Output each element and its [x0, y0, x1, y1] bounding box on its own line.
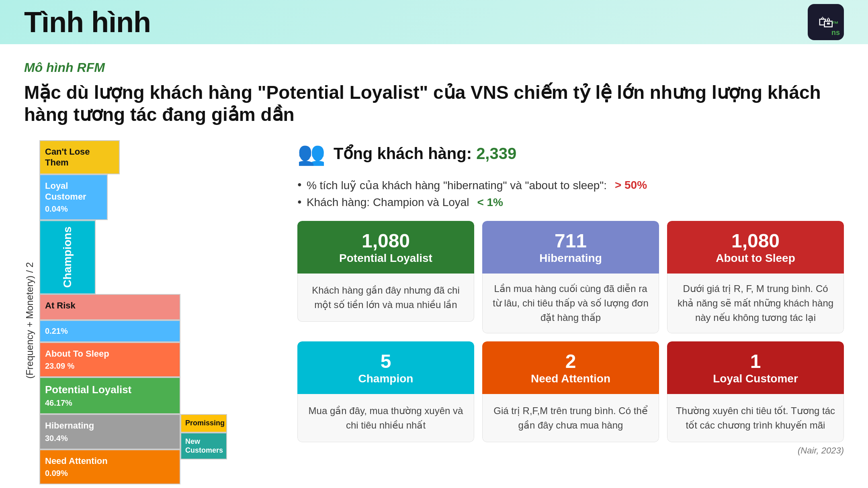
card-champion-header: 5 Champion [297, 341, 474, 394]
cell-about-sleep: About To Sleep 23.09 % [39, 342, 180, 377]
cell-right-col: Promissing New Customers [180, 414, 273, 484]
need-attention-label: Need Attention [45, 456, 175, 466]
potential-label: Potential Loyalist [45, 384, 175, 396]
hibernating-card-number: 711 [489, 230, 653, 252]
cell-cant-lose: Can't Lose Them [39, 140, 120, 174]
promissing-label: Promissing [185, 419, 222, 428]
hibernating-card-title: Hibernating [489, 252, 653, 265]
rfm-matrix-wrapper: (Frequency + Monetery) / 2 Can't Lose Th… [24, 140, 273, 488]
cant-lose-label: Can't Lose Them [45, 147, 114, 168]
potential-card-title: Potential Loyalist [304, 252, 468, 265]
rfm-row-3: About To Sleep 23.09 % Potential Loyalis… [39, 342, 273, 414]
card-need-header: 2 Need Attention [482, 341, 659, 394]
card-loyal-customer: 1 Loyal Customer Thường xuyên chi tiêu t… [667, 341, 844, 442]
rfm-row-1: Can't Lose Them Loyal Customer 0.04% Cha… [39, 140, 273, 294]
card-loyal-header: 1 Loyal Customer [667, 341, 844, 394]
people-icon: 👥 [297, 140, 326, 167]
potential-card-body: Khách hàng gần đây nhưng đã chi một số t… [297, 274, 474, 322]
cell-potential-loyalist: Potential Loyalist 46.17% [39, 377, 180, 414]
rfm-row-4: Hibernating 30.4% Need Attention 0.09% [39, 414, 273, 484]
hibernating-label: Hibernating [45, 421, 175, 431]
loyal-card-title: Loyal Customer [674, 372, 837, 385]
header: Tình hình 🛍 ™ns [0, 0, 868, 44]
cell-at-risk: At Risk [39, 294, 180, 320]
at-risk-label: At Risk [45, 300, 175, 311]
new-customers-label: New Customers [185, 437, 222, 455]
about-card-number: 1,080 [674, 230, 837, 252]
inner-row-1: Promissing New Customers [180, 414, 273, 459]
total-label: Tổng khách hàng: 2,339 [334, 144, 516, 163]
loyal-card-number: 1 [674, 350, 837, 372]
cell-hibernating: Hibernating 30.4% [39, 414, 180, 449]
hibernating-pct: 30.4% [45, 434, 175, 443]
card-about-to-sleep: 1,080 About to Sleep Dưới giá trị R, F, … [667, 221, 844, 333]
cell-loyal-customer: Loyal Customer 0.04% [39, 174, 108, 220]
cell-span2: 0.21% [39, 320, 180, 342]
total-number: 2,339 [476, 145, 516, 162]
matrix-container: (Frequency + Monetery) / 2 Can't Lose Th… [24, 140, 273, 488]
about-sleep-label: About To Sleep [45, 349, 175, 359]
champions-pct: 0.21% [45, 327, 175, 336]
need-card-body: Giá trị R,F,M trên trung bình. Có thể gầ… [482, 394, 659, 442]
cards-grid: 1,080 Potential Loyalist Khách hàng gần … [297, 221, 844, 442]
total-text: Tổng khách hàng: [334, 145, 472, 162]
subtitle: Mô hình RFM [24, 60, 844, 75]
card-potential-loyalist: 1,080 Potential Loyalist Khách hàng gần … [297, 221, 474, 333]
loyal-card-body: Thường xuyên chi tiêu tốt. Tương tác tốt… [667, 394, 844, 442]
right-panel: 👥 Tổng khách hàng: 2,339 % tích luỹ của … [297, 140, 844, 456]
nair-reference: (Nair, 2023) [297, 445, 844, 456]
bullet-list: % tích luỹ của khách hàng "hibernating" … [297, 179, 844, 209]
page-title: Tình hình [24, 6, 151, 39]
cell-promissing: Promissing [180, 414, 227, 433]
bullet-2: Khách hàng: Champion và Loyal < 1% [297, 196, 844, 209]
rfm-table: Can't Lose Them Loyal Customer 0.04% Cha… [39, 140, 273, 484]
loyal-customer-pct: 0.04% [45, 204, 102, 214]
about-card-title: About to Sleep [674, 252, 837, 265]
card-need-attention: 2 Need Attention Giá trị R,F,M trên trun… [482, 341, 659, 442]
card-hibernating-header: 711 Hibernating [482, 221, 659, 274]
main-heading: Mặc dù lượng khách hàng "Potential Loyal… [24, 82, 844, 126]
rfm-row-2: At Risk 0.21% [39, 294, 273, 342]
logo-text: ™ns [831, 20, 840, 37]
matrix-grid: Can't Lose Them Loyal Customer 0.04% Cha… [39, 140, 273, 488]
champion-card-number: 5 [304, 350, 468, 372]
y-axis-label: (Frequency + Monetery) / 2 [24, 140, 35, 488]
card-potential-header: 1,080 Potential Loyalist [297, 221, 474, 274]
logo: 🛍 ™ns [808, 4, 844, 40]
card-champion: 5 Champion Mua gần đây, mua thường xuyên… [297, 341, 474, 442]
champion-card-body: Mua gần đây, mua thường xuyên và chi tiê… [297, 394, 474, 442]
card-about-header: 1,080 About to Sleep [667, 221, 844, 274]
potential-pct: 46.17% [45, 398, 175, 408]
total-row: 👥 Tổng khách hàng: 2,339 [297, 140, 844, 167]
main-content: Mô hình RFM Mặc dù lượng khách hàng "Pot… [0, 44, 868, 488]
need-card-title: Need Attention [489, 372, 653, 385]
hibernating-card-body: Lần mua hàng cuối cùng đã diễn ra từ lâu… [482, 274, 659, 333]
need-card-number: 2 [489, 350, 653, 372]
cell-new-customers: New Customers [180, 433, 227, 459]
need-attention-pct: 0.09% [45, 469, 175, 478]
about-card-body: Dưới giá trị R, F, M trung bình. Có khả … [667, 274, 844, 333]
champions-label: Champions [61, 227, 74, 288]
bullet-1: % tích luỹ của khách hàng "hibernating" … [297, 179, 844, 192]
content-row: (Frequency + Monetery) / 2 Can't Lose Th… [24, 140, 844, 488]
cell-champions: Champions [39, 220, 96, 294]
cell-need-attention: Need Attention 0.09% [39, 449, 180, 484]
highlight-50: > 50% [615, 179, 647, 192]
champion-card-title: Champion [304, 372, 468, 385]
card-hibernating: 711 Hibernating Lần mua hàng cuối cùng đ… [482, 221, 659, 333]
inner-table: Promissing New Customers [180, 414, 273, 459]
potential-card-number: 1,080 [304, 230, 468, 252]
about-sleep-pct: 23.09 % [45, 361, 175, 371]
loyal-customer-label: Loyal Customer [45, 181, 102, 202]
highlight-1pct: < 1% [477, 196, 503, 209]
